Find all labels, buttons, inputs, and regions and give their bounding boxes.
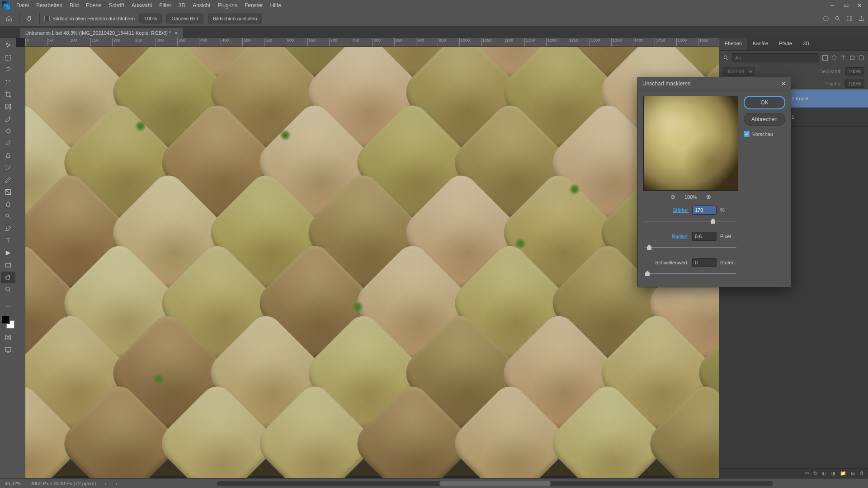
menu-plugins[interactable]: Plug-ins [214, 0, 241, 10]
workspace-icon[interactable] [846, 15, 853, 22]
dodge-tool[interactable] [1, 211, 15, 222]
fit-screen-button[interactable]: Ganzes Bild [166, 14, 203, 23]
quickmask-icon[interactable] [1, 332, 15, 343]
menu-edit[interactable]: Bearbeiten [33, 0, 66, 10]
home-icon[interactable] [4, 13, 14, 24]
pen-tool[interactable] [1, 223, 15, 235]
zoom-level[interactable]: 48,32% [5, 481, 21, 486]
hand-tool[interactable] [1, 272, 15, 283]
menu-view[interactable]: Ansicht [189, 0, 214, 10]
lasso-tool[interactable] [1, 64, 15, 76]
layer-mask-icon[interactable]: ◐ [822, 470, 826, 476]
window-close-button[interactable]: ✕ [853, 1, 866, 10]
adjustment-layer-icon[interactable]: ◑ [831, 470, 835, 476]
wand-tool[interactable] [1, 76, 15, 88]
threshold-input[interactable] [692, 258, 717, 267]
close-tab-icon[interactable]: × [175, 30, 177, 36]
layer-filter-input[interactable] [732, 53, 819, 62]
menu-layer[interactable]: Ebene [82, 0, 105, 10]
healing-tool[interactable] [1, 125, 15, 137]
amount-label[interactable]: Stärke: [643, 207, 689, 213]
filter-image-icon[interactable] [822, 55, 828, 61]
menu-image[interactable]: Bild [66, 0, 82, 10]
chevron-left-icon[interactable]: ‹ [116, 481, 118, 486]
svg-rect-14 [823, 56, 828, 61]
zoom-tool[interactable] [1, 284, 15, 296]
hand-tool-icon[interactable] [24, 13, 35, 24]
opacity-value[interactable]: 100% [845, 67, 864, 75]
window-restore-button[interactable]: ▭ [839, 1, 853, 10]
ruler-vertical[interactable] [16, 47, 25, 478]
rectangle-tool[interactable] [1, 259, 15, 271]
cloud-icon[interactable] [823, 15, 829, 22]
canvas-area: 0501001502002503003504004505005506006507… [16, 38, 719, 478]
brush-tool[interactable] [1, 137, 15, 149]
type-tool[interactable] [1, 235, 15, 247]
fill-screen-button[interactable]: Bildschirm ausfüllen [208, 14, 262, 23]
window-minimize-button[interactable]: ─ [826, 1, 839, 10]
edit-toolbar-icon[interactable]: ⋯ [1, 301, 15, 313]
ruler-horizontal[interactable]: 0501001502002503003504004505005506006507… [25, 38, 719, 47]
history-brush-tool[interactable] [1, 162, 15, 174]
screenmode-icon[interactable] [1, 344, 15, 356]
preview-checkbox[interactable]: ✓ Vorschau [744, 131, 785, 137]
filter-smart-icon[interactable] [858, 55, 864, 61]
filter-adjust-icon[interactable] [831, 55, 837, 61]
radius-input[interactable] [692, 232, 717, 241]
layer-fx-icon[interactable]: fx [813, 470, 817, 476]
close-icon[interactable]: ✕ [781, 80, 786, 87]
menu-help[interactable]: Hilfe [267, 0, 285, 10]
menu-select[interactable]: Auswahl [128, 0, 156, 10]
menu-filter[interactable]: Filter [156, 0, 175, 10]
preview-image[interactable] [643, 96, 738, 191]
share-icon[interactable] [858, 15, 864, 22]
gradient-tool[interactable] [1, 186, 15, 198]
search-icon[interactable] [835, 15, 841, 22]
radius-unit: Pixel [720, 234, 731, 239]
tab-3d[interactable]: 3D [797, 38, 815, 50]
marquee-tool[interactable] [1, 52, 15, 64]
scroll-all-windows-checkbox[interactable]: Bildlauf in allen Fenstern durchführen [44, 16, 135, 21]
filter-shape-icon[interactable] [849, 55, 855, 61]
doc-info[interactable]: 3000 Px x 3000 Px (72 ppcm) [30, 481, 96, 486]
frame-tool[interactable] [1, 101, 15, 113]
stamp-tool[interactable] [1, 150, 15, 161]
zoom-out-icon[interactable]: ⊖ [670, 193, 675, 200]
menu-window[interactable]: Fenster [241, 0, 267, 10]
move-tool[interactable] [1, 40, 15, 52]
svg-rect-3 [5, 56, 10, 61]
cancel-button[interactable]: Abbrechen [744, 113, 785, 126]
zoom-in-icon[interactable]: ⊕ [706, 193, 711, 200]
canvas[interactable] [25, 47, 719, 478]
menu-type[interactable]: Schrift [105, 0, 128, 10]
menu-3d[interactable]: 3D [175, 0, 189, 10]
link-layers-icon[interactable]: ⚯ [805, 470, 809, 476]
blend-mode-select[interactable]: Normal [723, 67, 755, 76]
amount-input[interactable] [692, 206, 717, 215]
crop-tool[interactable] [1, 89, 15, 100]
ok-button[interactable]: OK [744, 96, 785, 109]
threshold-slider[interactable] [645, 270, 736, 278]
chevron-right-icon[interactable]: › [105, 481, 107, 486]
tab-paths[interactable]: Pfade [774, 38, 797, 50]
group-icon[interactable]: 📁 [840, 470, 846, 476]
blur-tool[interactable] [1, 198, 15, 210]
color-swatch[interactable] [2, 316, 14, 328]
tab-channels[interactable]: Kanäle [747, 38, 774, 50]
filter-type-icon[interactable] [840, 55, 846, 61]
tab-layers[interactable]: Ebenen [719, 38, 747, 50]
document-tab[interactable]: Unbenannt-1 bei 48,3% (IMG_20210420_1844… [20, 28, 183, 38]
amount-slider[interactable] [645, 217, 736, 225]
svg-rect-10 [5, 335, 10, 340]
menu-file[interactable]: Datei [13, 0, 33, 10]
horizontal-scrollbar[interactable] [217, 481, 773, 486]
eyedropper-tool[interactable] [1, 113, 15, 125]
zoom-100-button[interactable]: 100% [139, 14, 162, 23]
radius-slider[interactable] [645, 244, 736, 252]
fill-value[interactable]: 100% [845, 80, 864, 88]
radius-label[interactable]: Radius: [643, 234, 689, 239]
delete-layer-icon[interactable]: 🗑 [859, 470, 864, 476]
path-tool[interactable] [1, 247, 15, 259]
eraser-tool[interactable] [1, 174, 15, 186]
new-layer-icon[interactable]: ⊞ [851, 470, 855, 476]
